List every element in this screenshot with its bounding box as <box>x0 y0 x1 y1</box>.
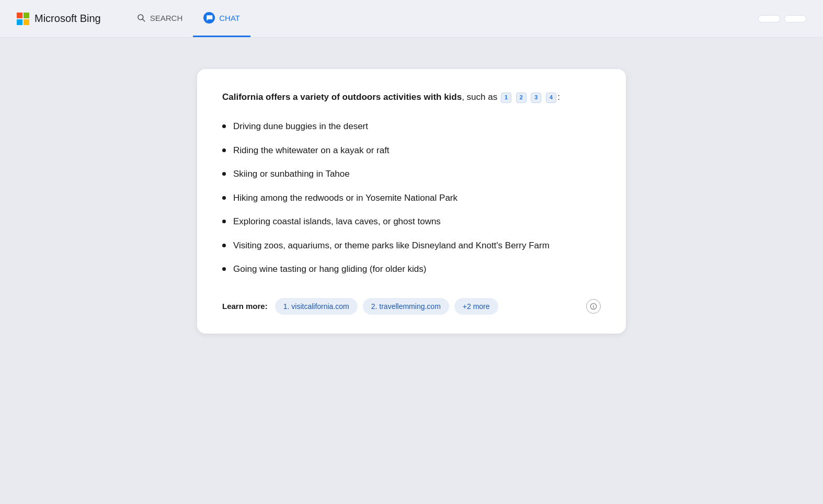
list-item-text: Going wine tasting or hang gliding (for … <box>233 262 426 276</box>
response-heading-bold: California offers a variety of outdoors … <box>222 92 462 102</box>
nav-chat[interactable]: CHAT <box>193 0 250 37</box>
list-item: Exploring coastal islands, lava caves, o… <box>222 210 601 234</box>
bullet-dot <box>222 124 226 128</box>
bullet-dot <box>222 172 226 176</box>
source-chip-more[interactable]: +2 more <box>454 298 498 315</box>
header-right-btn-2[interactable] <box>784 15 806 22</box>
learn-more-row: Learn more: 1. visitcalifornia.com 2. tr… <box>222 298 601 315</box>
header: Microsoft Bing SEARCH CHAT <box>0 0 823 38</box>
nav-search[interactable]: SEARCH <box>126 0 193 37</box>
chat-icon-svg <box>206 15 213 21</box>
citation-badge-1[interactable]: 1 <box>501 93 511 103</box>
list-item: Visiting zoos, aquariums, or theme parks… <box>222 234 601 258</box>
response-heading: California offers a variety of outdoors … <box>222 90 601 104</box>
logo-area: Microsoft Bing <box>17 13 101 25</box>
logo-yellow-square <box>24 19 29 25</box>
response-heading-suffix: , such as <box>462 92 497 102</box>
nav-search-label: SEARCH <box>150 14 183 22</box>
microsoft-logo <box>17 13 29 25</box>
bullet-dot <box>222 148 226 152</box>
logo-blue-square <box>17 19 22 25</box>
search-icon <box>136 13 146 22</box>
source-chip-2[interactable]: 2. travellemming.com <box>363 298 449 315</box>
chat-response-card: California offers a variety of outdoors … <box>197 69 626 334</box>
chat-icon <box>203 12 215 24</box>
list-item-text: Hiking among the redwoods or in Yosemite… <box>233 191 458 205</box>
bullet-dot <box>222 220 226 223</box>
response-colon: : <box>557 92 560 102</box>
list-item-text: Riding the whitewater on a kayak or raft <box>233 144 390 157</box>
svg-line-1 <box>142 19 144 21</box>
info-button[interactable] <box>586 299 601 314</box>
logo-green-square <box>24 13 29 18</box>
logo-text: Microsoft Bing <box>35 13 101 25</box>
list-item-text: Skiing or sunbathing in Tahoe <box>233 167 350 181</box>
bullet-dot <box>222 196 226 200</box>
bullet-dot <box>222 244 226 247</box>
logo-red-square <box>17 13 22 18</box>
bullet-dot <box>222 267 226 271</box>
header-right <box>758 15 806 22</box>
list-item: Skiing or sunbathing in Tahoe <box>222 162 601 186</box>
list-item: Riding the whitewater on a kayak or raft <box>222 139 601 163</box>
list-item: Going wine tasting or hang gliding (for … <box>222 257 601 281</box>
list-item: Hiking among the redwoods or in Yosemite… <box>222 186 601 210</box>
nav-chat-label: CHAT <box>219 14 240 22</box>
list-item-text: Visiting zoos, aquariums, or theme parks… <box>233 239 550 253</box>
nav-area: SEARCH CHAT <box>126 0 250 37</box>
learn-more-label: Learn more: <box>222 302 268 311</box>
citation-badge-2[interactable]: 2 <box>516 93 527 103</box>
citation-badge-3[interactable]: 3 <box>531 93 541 103</box>
citation-badge-4[interactable]: 4 <box>546 93 556 103</box>
list-item-text: Driving dune buggies in the desert <box>233 120 368 133</box>
svg-point-4 <box>593 304 593 305</box>
info-icon <box>590 303 597 310</box>
activity-list: Driving dune buggies in the desertRiding… <box>222 114 601 281</box>
list-item-text: Exploring coastal islands, lava caves, o… <box>233 215 441 228</box>
main-content: California offers a variety of outdoors … <box>0 38 823 354</box>
source-chip-1[interactable]: 1. visitcalifornia.com <box>275 298 358 315</box>
list-item: Driving dune buggies in the desert <box>222 114 601 139</box>
header-right-btn-1[interactable] <box>758 15 780 22</box>
